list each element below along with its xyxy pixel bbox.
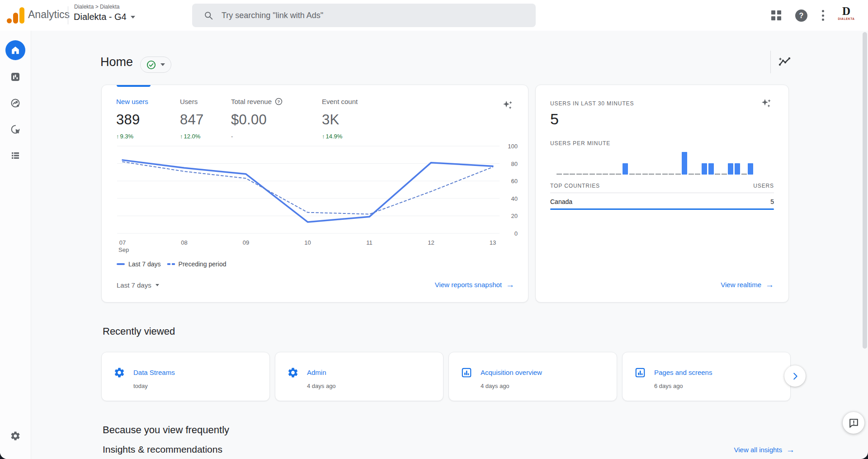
legend-solid-swatch <box>117 263 125 265</box>
svg-text:20: 20 <box>511 213 518 219</box>
country-row: Canada 5 <box>550 198 774 205</box>
minute-bar <box>708 163 714 175</box>
top-countries-header: TOP COUNTRIES <box>550 183 600 189</box>
metric-label: Total revenue <box>231 98 272 105</box>
analytics-logo-icon[interactable] <box>6 7 24 24</box>
help-icon[interactable]: ? <box>795 9 807 22</box>
minute-zero-dash <box>629 174 635 175</box>
search-input[interactable] <box>221 10 512 21</box>
sparkle-insight-icon[interactable] <box>502 99 514 111</box>
sparkle-insight-icon[interactable] <box>760 98 772 109</box>
card-title: Acquisition overview <box>481 369 542 376</box>
users-per-minute-chart <box>557 152 754 175</box>
metric-label: New users <box>116 98 148 105</box>
gear-icon <box>113 367 125 379</box>
account-avatar[interactable]: D DIALEKTA <box>835 5 857 25</box>
svg-text:0: 0 <box>514 230 518 237</box>
card-subtitle: today <box>133 383 148 389</box>
view-all-insights-link[interactable]: View all insights→ <box>734 445 795 454</box>
recently-viewed-card-data-streams[interactable]: Data Streams today <box>101 352 270 401</box>
search-bar[interactable] <box>192 4 536 27</box>
carousel-next-button[interactable] <box>784 365 806 387</box>
svg-text:08: 08 <box>181 239 187 246</box>
recently-viewed-card-admin[interactable]: Admin 4 days ago <box>275 352 443 401</box>
country-name: Canada <box>550 198 572 205</box>
insights-section-heading: Insights & recommendations <box>103 444 222 455</box>
date-range-selector[interactable]: Last 7 days <box>117 281 159 289</box>
metric-tab-total-revenue[interactable]: Total revenue ? $0.00 ↑- <box>231 98 283 140</box>
svg-text:09: 09 <box>243 239 249 246</box>
minute-zero-dash <box>662 174 668 175</box>
users-per-minute-label: USERS PER MINUTE <box>550 140 610 147</box>
frequent-section-heading: Because you view frequently <box>103 424 229 436</box>
metric-label: Event count <box>322 98 358 105</box>
metric-tab-users[interactable]: Users 847 ↑12.0% <box>180 98 204 140</box>
minute-bar <box>748 163 753 175</box>
chevron-down-icon <box>156 284 159 286</box>
metric-tab-new-users[interactable]: New users 389 ↑9.3% <box>116 98 148 140</box>
sidebar-item-admin[interactable] <box>5 426 25 446</box>
metric-label: Users <box>180 98 204 105</box>
trend-line-chart: 02040608010007080910111213Sep <box>108 136 528 255</box>
realtime-card: USERS IN LAST 30 MINUTES 5 USERS PER MIN… <box>535 85 789 303</box>
sidebar-item-explore[interactable] <box>5 93 25 113</box>
minute-bar <box>702 163 707 175</box>
info-icon[interactable]: ? <box>275 98 283 105</box>
bar-chart-icon <box>461 367 472 379</box>
metric-value: 3K <box>322 112 358 128</box>
minute-zero-dash <box>689 174 694 175</box>
more-menu-icon[interactable] <box>819 9 826 22</box>
svg-text:40: 40 <box>511 195 518 202</box>
view-reports-snapshot-link[interactable]: View reports snapshot→ <box>435 280 514 289</box>
legend-label: Preceding period <box>179 260 226 268</box>
sidebar-item-home[interactable] <box>5 40 25 60</box>
topbar-divider <box>68 6 68 24</box>
explore-icon <box>10 98 21 109</box>
realtime-title: USERS IN LAST 30 MINUTES <box>550 100 634 107</box>
property-selector[interactable]: Dialekta - G4 <box>74 12 135 22</box>
page-title: Home <box>100 55 133 69</box>
minute-bar <box>682 152 687 175</box>
recently-viewed-heading: Recently viewed <box>103 326 175 337</box>
check-circle-icon <box>146 60 156 70</box>
minute-zero-dash <box>576 174 582 175</box>
library-list-icon <box>10 150 21 161</box>
svg-text:?: ? <box>278 99 280 104</box>
svg-text:11: 11 <box>366 239 373 246</box>
apps-grid-icon[interactable] <box>771 10 781 20</box>
insights-sparkline-icon[interactable] <box>778 55 792 69</box>
advertising-icon <box>10 124 21 135</box>
home-icon <box>10 45 20 55</box>
legend-dashed-swatch <box>167 263 175 265</box>
active-metric-indicator <box>117 85 151 87</box>
users-header: USERS <box>753 183 774 189</box>
chevron-down-icon <box>131 16 135 19</box>
minute-zero-dash <box>715 174 720 175</box>
svg-text:100: 100 <box>508 143 518 150</box>
minute-zero-dash <box>563 174 569 175</box>
minute-zero-dash <box>649 174 654 175</box>
metric-value: 847 <box>180 112 204 128</box>
sidebar-item-advertising[interactable] <box>5 119 25 139</box>
view-realtime-link[interactable]: View realtime→ <box>721 280 774 289</box>
feedback-button[interactable] <box>843 412 864 434</box>
sidebar-item-library[interactable] <box>5 146 25 166</box>
arrow-right-icon: → <box>765 280 774 289</box>
minute-bar <box>735 163 740 175</box>
report-status-pill[interactable] <box>140 57 171 73</box>
recently-viewed-card-acquisition-overview[interactable]: Acquisition overview 4 days ago <box>448 352 617 401</box>
sidebar-item-reports[interactable] <box>5 67 25 87</box>
bar-chart-icon <box>10 71 21 82</box>
avatar-letter: D <box>835 5 857 17</box>
search-icon <box>204 11 213 20</box>
minute-bar <box>728 163 733 175</box>
minute-zero-dash <box>590 174 595 175</box>
svg-text:13: 13 <box>490 239 496 246</box>
minute-zero-dash <box>636 174 641 175</box>
scrollbar-thumb[interactable] <box>863 32 867 349</box>
card-title: Admin <box>307 369 326 376</box>
recently-viewed-card-pages-and-screens[interactable]: Pages and screens 6 days ago <box>622 352 791 401</box>
minute-zero-dash <box>596 174 602 175</box>
metric-tab-event-count[interactable]: Event count 3K ↑14.9% <box>322 98 358 140</box>
metric-value: 389 <box>116 112 148 128</box>
